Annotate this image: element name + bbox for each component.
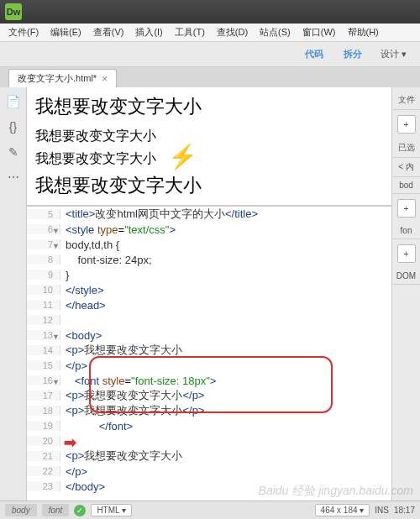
line-number: 19 (27, 421, 60, 431)
code-line[interactable]: 20 (27, 433, 391, 448)
code-text[interactable]: </font> (60, 420, 133, 432)
more-tools-icon[interactable]: ⋯ (5, 170, 22, 185)
cursor-position: 18:17 (394, 506, 415, 515)
preview-paragraph: 我想要改变文字大小 (35, 173, 383, 198)
line-number: 15 (27, 360, 60, 370)
menu-tools[interactable]: 工具(T) (170, 24, 210, 40)
code-line[interactable]: 16▼ <font style="font-size: 18px"> (27, 373, 391, 388)
code-text[interactable]: <body> (60, 329, 102, 342)
line-number: 18 (27, 406, 60, 416)
right-panel-dock: 文件 + 已选 < 内 bod + fon + DOM (391, 87, 420, 519)
menu-bar: 文件(F) 编辑(E) 查看(V) 插入(I) 工具(T) 查找(D) 站点(S… (0, 24, 420, 42)
view-code-button[interactable]: 代码 (297, 45, 332, 64)
line-number: 11 (27, 300, 60, 310)
code-text[interactable]: body,td,th { (60, 239, 119, 251)
line-number: 20 (27, 436, 60, 446)
left-toolbar: 📄 {} ✎ ⋯ (0, 87, 27, 519)
code-text[interactable]: <title>改变html网页中文字的大小</title> (60, 207, 258, 222)
code-text[interactable]: <p>我想要改变文字大小</p> (60, 403, 204, 418)
code-line[interactable]: 21<p>我想要改变文字大小 (27, 448, 391, 464)
insert-mode[interactable]: INS (375, 506, 389, 515)
code-line[interactable]: 7▼body,td,th { (27, 237, 391, 252)
menu-window[interactable]: 窗口(W) (297, 24, 341, 40)
code-format-icon[interactable]: {} (5, 119, 22, 134)
fold-toggle-icon[interactable]: ▼ (52, 378, 60, 386)
panel-row[interactable]: bod (392, 177, 420, 194)
code-text[interactable]: </head> (60, 299, 106, 312)
viewport-size[interactable]: 464 x 184 ▾ (315, 504, 370, 516)
code-line[interactable]: 22</p> (27, 464, 391, 479)
code-line[interactable]: 6▼<style type="text/css"> (27, 222, 391, 237)
code-line[interactable]: 19 </font> (27, 418, 391, 433)
code-text[interactable]: </p> (60, 359, 87, 372)
close-icon[interactable]: × (102, 73, 108, 85)
fold-toggle-icon[interactable]: ▼ (52, 227, 60, 235)
fold-toggle-icon[interactable]: ▼ (52, 333, 60, 341)
line-number: 10 (27, 285, 60, 295)
menu-help[interactable]: 帮助(H) (343, 24, 384, 40)
line-number: 12 (27, 315, 60, 325)
code-text[interactable]: </style> (60, 284, 104, 296)
line-number: 17 (27, 391, 60, 401)
code-editor[interactable]: ➡ 5<title>改变html网页中文字的大小</title>6▼<style… (27, 207, 391, 519)
view-design-dropdown[interactable]: 设计 ▾ (374, 45, 413, 64)
line-number: 16▼ (27, 375, 60, 385)
fold-toggle-icon[interactable]: ▼ (52, 242, 60, 250)
add-button[interactable]: + (397, 244, 416, 263)
line-number: 13▼ (27, 330, 60, 340)
line-number: 8 (27, 254, 60, 265)
code-line[interactable]: 13▼<body> (27, 328, 391, 343)
wand-icon[interactable]: ✎ (5, 144, 22, 160)
code-line[interactable]: 9} (27, 267, 391, 282)
code-text[interactable]: <p>我想要改变文字大小</p> (60, 388, 204, 403)
add-button[interactable]: + (397, 115, 416, 134)
code-text[interactable]: </p> (60, 465, 87, 478)
menu-edit[interactable]: 编辑(E) (45, 24, 87, 40)
file-manage-icon[interactable]: 📄 (5, 94, 22, 109)
preview-paragraph: 我想要改变文字大小 (35, 150, 383, 168)
line-number: 22 (27, 466, 60, 476)
code-line[interactable]: 15</p> (27, 358, 391, 373)
code-line[interactable]: 17<p>我想要改变文字大小</p> (27, 388, 391, 403)
document-tab[interactable]: 改变文字大小.html* × (8, 69, 117, 87)
design-preview[interactable]: 我想要改变文字大小 我想要改变文字大小 我想要改变文字大小 我想要改变文字大小 (27, 87, 391, 207)
menu-site[interactable]: 站点(S) (255, 24, 296, 40)
font-panel-label[interactable]: fon (392, 223, 420, 239)
validation-ok-icon[interactable]: ✓ (74, 505, 86, 516)
preview-heading: 我想要改变文字大小 (35, 94, 383, 119)
code-text[interactable]: } (60, 269, 69, 281)
app-logo: Dw (5, 3, 22, 20)
tab-bar: 改变文字大小.html* × (0, 67, 420, 87)
language-selector[interactable]: HTML ▾ (91, 504, 132, 516)
menu-file[interactable]: 文件(F) (3, 24, 44, 40)
code-line[interactable]: 18<p>我想要改变文字大小</p> (27, 403, 391, 418)
dom-panel-label[interactable]: DOM (392, 268, 420, 285)
code-text[interactable]: <p>我想要改变文字大小 (60, 448, 182, 464)
status-bar: body font ✓ HTML ▾ 464 x 184 ▾ INS 18:17 (0, 501, 420, 519)
code-line[interactable]: 11</head> (27, 297, 391, 312)
menu-insert[interactable]: 插入(I) (130, 24, 167, 40)
code-line[interactable]: 12 (27, 312, 391, 328)
breadcrumb[interactable]: body (5, 504, 37, 516)
code-line[interactable]: 8 font-size: 24px; (27, 252, 391, 267)
code-line[interactable]: 23</body> (27, 479, 391, 494)
code-text[interactable]: <p>我想要改变文字大小 (60, 343, 182, 358)
code-text[interactable]: font-size: 24px; (60, 254, 152, 266)
chevron-down-icon: ▾ (402, 49, 407, 59)
code-text[interactable]: <font style="font-size: 18px"> (60, 375, 216, 387)
code-line[interactable]: 5<title>改变html网页中文字的大小</title> (27, 207, 391, 222)
code-line[interactable]: 10</style> (27, 282, 391, 297)
document-toolbar: 代码 拆分 设计 ▾ (0, 42, 420, 67)
line-number: 21 (27, 451, 60, 461)
files-panel-label[interactable]: 文件 (392, 91, 420, 110)
menu-view[interactable]: 查看(V) (88, 24, 129, 40)
code-text[interactable]: <style type="text/css"> (60, 223, 176, 236)
code-line[interactable]: 14<p>我想要改变文字大小 (27, 343, 391, 358)
menu-find[interactable]: 查找(D) (212, 24, 253, 40)
code-text[interactable]: </body> (60, 480, 105, 493)
view-split-button[interactable]: 拆分 (335, 45, 370, 64)
breadcrumb[interactable]: font (42, 504, 70, 516)
preview-paragraph: 我想要改变文字大小 (35, 128, 383, 145)
panel-row[interactable]: < 内 (392, 158, 420, 177)
add-button[interactable]: + (397, 199, 416, 218)
